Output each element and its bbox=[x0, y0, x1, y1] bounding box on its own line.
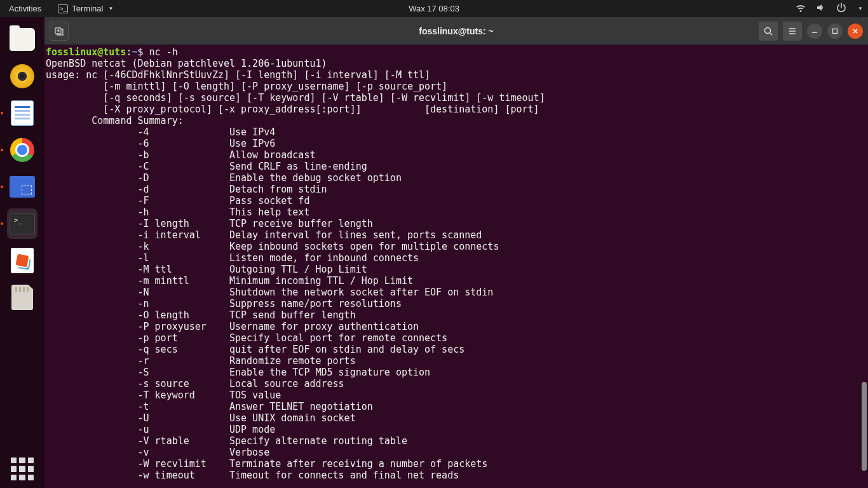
dock bbox=[0, 17, 44, 488]
dock-item-screenshot[interactable] bbox=[7, 172, 37, 202]
scrollbar-thumb[interactable] bbox=[862, 382, 867, 471]
activities-button[interactable]: Activities bbox=[5, 1, 45, 16]
dock-item-terminal[interactable] bbox=[7, 208, 37, 239]
maximize-button[interactable] bbox=[827, 24, 843, 39]
chevron-down-icon: ▼ bbox=[858, 6, 863, 11]
prompt-user: fosslinux@tuts bbox=[46, 46, 126, 58]
dock-item-chrome[interactable] bbox=[7, 135, 37, 165]
sd-card-icon bbox=[11, 285, 33, 310]
system-tray[interactable]: ▼ bbox=[796, 3, 863, 15]
dock-item-rhythmbox[interactable] bbox=[7, 61, 37, 92]
new-tab-button[interactable] bbox=[50, 22, 69, 41]
window-title: fosslinux@tuts: ~ bbox=[419, 26, 494, 36]
minimize-button[interactable] bbox=[807, 24, 822, 39]
close-button[interactable] bbox=[848, 24, 863, 39]
output-flags: -4 Use IPv4 -6 Use IPv6 -b Allow broadca… bbox=[46, 126, 867, 481]
terminal-output[interactable]: fosslinux@tuts:~$ nc -h OpenBSD netcat (… bbox=[44, 45, 868, 488]
clock[interactable]: Wax 17 08:03 bbox=[409, 4, 459, 13]
music-icon bbox=[10, 64, 34, 88]
dock-item-files[interactable] bbox=[7, 24, 37, 55]
app-menu-label: Terminal bbox=[72, 4, 103, 13]
prompt-line: fosslinux@tuts:~$ nc -h bbox=[46, 46, 867, 58]
chrome-icon bbox=[10, 138, 34, 162]
command-text: nc -h bbox=[149, 46, 178, 58]
volume-icon[interactable] bbox=[816, 3, 826, 15]
power-icon[interactable] bbox=[836, 3, 846, 15]
svg-rect-2 bbox=[833, 29, 837, 33]
dock-item-removable[interactable] bbox=[7, 282, 37, 313]
search-button[interactable] bbox=[759, 22, 778, 41]
app-menu[interactable]: >_ Terminal ▼ bbox=[58, 4, 113, 13]
wifi-icon[interactable] bbox=[796, 3, 806, 15]
prompt-path: ~ bbox=[132, 46, 137, 58]
dock-item-writer[interactable] bbox=[7, 98, 37, 128]
writer-icon bbox=[11, 100, 34, 126]
dock-item-evince[interactable] bbox=[7, 245, 37, 276]
titlebar: fosslinux@tuts: ~ bbox=[44, 17, 868, 45]
terminal-window: fosslinux@tuts: ~ fosslinux@tuts:~$ nc -… bbox=[44, 17, 868, 488]
document-viewer-icon bbox=[11, 248, 34, 273]
output-preamble: OpenBSD netcat (Debian patchlevel 1.206-… bbox=[46, 58, 867, 126]
menu-button[interactable] bbox=[783, 22, 802, 41]
terminal-icon bbox=[10, 213, 35, 234]
show-applications-button[interactable] bbox=[11, 458, 34, 480]
chevron-down-icon: ▼ bbox=[108, 6, 113, 11]
files-icon bbox=[10, 28, 35, 51]
svg-point-1 bbox=[765, 27, 771, 33]
screenshot-icon bbox=[10, 176, 35, 198]
top-panel: Activities >_ Terminal ▼ Wax 17 08:03 ▼ bbox=[0, 0, 868, 17]
terminal-icon: >_ bbox=[58, 4, 68, 13]
